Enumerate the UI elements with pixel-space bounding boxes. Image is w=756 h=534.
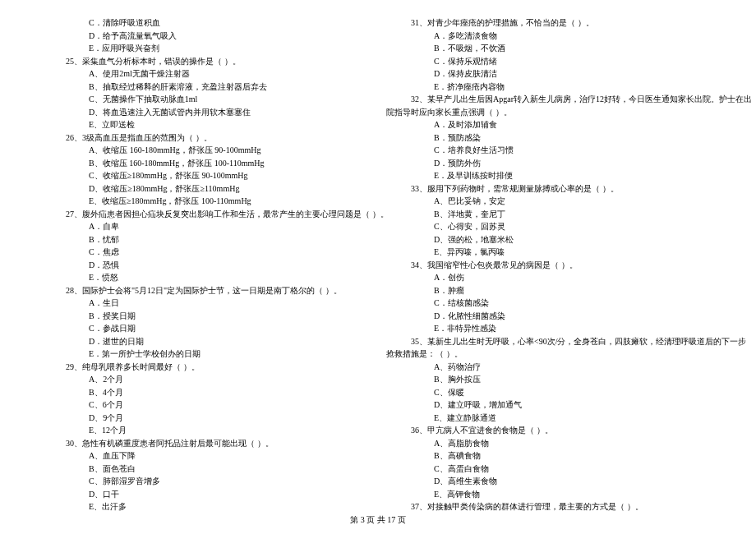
right-column: 31、对青少年痤疮的护理措施，不恰当的是（ ）。A．多吃清淡食物B．不吸烟，不饮… xyxy=(386,16,715,513)
option-line: C．培养良好生活习惯 xyxy=(386,144,715,157)
question-stem: 32、某早产儿出生后因Apgar转入新生儿病房，治疗12好转，今日医生通知家长出… xyxy=(386,93,715,106)
option-line: B、4个月 xyxy=(41,386,370,399)
option-line: D．给予高流量氧气吸入 xyxy=(41,30,370,43)
option-line: D．恐惧 xyxy=(41,259,370,272)
option-line: C、心得安，回苏灵 xyxy=(386,220,715,233)
exam-page: C．清除呼吸道积血D．给予高流量氧气吸入E．应用呼吸兴奋剂25、采集血气分析标本… xyxy=(0,0,756,534)
question-stem: 28、国际护士会将"5月12日"定为国际护士节，这一日期是南丁格尔的（ ）。 xyxy=(41,284,370,297)
option-line: D．化脓性细菌感染 xyxy=(386,310,715,323)
option-line: E．挤净痤疮内容物 xyxy=(386,81,715,94)
question-stem: 31、对青少年痤疮的护理措施，不恰当的是（ ）。 xyxy=(386,16,715,30)
option-line: E．应用呼吸兴奋剂 xyxy=(41,42,370,55)
option-line: A、血压下降 xyxy=(41,449,370,463)
option-line: E、建立静脉通道 xyxy=(386,412,715,425)
option-line: C．参战日期 xyxy=(41,322,370,335)
option-line: E、收缩压≥180mmHg，舒张压 100-110mmHg xyxy=(41,195,370,208)
option-line: D、建立呼吸，增加通气 xyxy=(386,398,715,412)
option-line: B．不吸烟，不饮酒 xyxy=(386,42,715,55)
option-line: A、高脂肪食物 xyxy=(386,437,715,450)
option-line: D、9个月 xyxy=(41,412,370,425)
question-stem: 36、甲亢病人不宜进食的食物是（ ）。 xyxy=(386,424,715,437)
option-line: E、异丙嗪，氯丙嗪 xyxy=(386,246,715,259)
option-line: D．保持皮肤清洁 xyxy=(386,67,715,81)
question-stem: 35、某新生儿出生时无呼吸，心率<90次/分，全身苍白，四肢瘫软，经清理呼吸道后… xyxy=(386,335,715,348)
option-line: B、面色苍白 xyxy=(41,463,370,476)
option-line: B、高碘食物 xyxy=(386,449,715,463)
question-stem: 34、我国缩窄性心包炎最常见的病因是（ ）。 xyxy=(386,259,715,272)
page-footer: 第 3 页 共 17 页 xyxy=(0,514,756,526)
option-line: E．第一所护士学校创办的日期 xyxy=(41,348,370,361)
option-line: A、收缩压 160-180mmHg，舒张压 90-100mmHg xyxy=(41,144,370,157)
option-line: E．愤怒 xyxy=(41,271,370,284)
option-line: A．自卑 xyxy=(41,220,370,233)
option-line: A、药物治疗 xyxy=(386,361,715,374)
option-line: B、洋地黄，奎尼丁 xyxy=(386,208,715,221)
option-line: A．创伤 xyxy=(386,271,715,284)
option-line: B．授奖日期 xyxy=(41,310,370,323)
question-stem: 33、服用下列药物时，需常规测量脉搏或心率的是（ ）。 xyxy=(386,182,715,196)
question-stem: 抢救措施是：（ ）。 xyxy=(386,348,715,361)
question-stem: 37、对接触甲类传染病的群体进行管理，最主要的方式是（ ）。 xyxy=(386,500,715,513)
question-stem: 29、纯母乳喂养多长时间最好（ ）。 xyxy=(41,361,370,374)
option-line: C．焦虑 xyxy=(41,246,370,259)
option-line: B．预防感染 xyxy=(386,131,715,145)
option-line: C、收缩压≥180mmHg，舒张压 90-100mmHg xyxy=(41,169,370,182)
option-line: D．逝世的日期 xyxy=(41,335,370,348)
option-line: C．保持乐观情绪 xyxy=(386,55,715,68)
option-line: E．非特异性感染 xyxy=(386,322,715,335)
option-line: C．清除呼吸道积血 xyxy=(41,16,370,30)
option-line: A、使用2ml无菌干燥注射器 xyxy=(41,67,370,81)
option-line: D．预防外伤 xyxy=(386,157,715,170)
option-line: E、高钾食物 xyxy=(386,488,715,501)
option-line: A、巴比妥钠，安定 xyxy=(386,195,715,208)
option-line: A．生日 xyxy=(41,297,370,310)
option-line: D、将血迅速注入无菌试管内并用软木塞塞住 xyxy=(41,106,370,119)
option-line: B．肿瘤 xyxy=(386,284,715,297)
question-stem: 25、采集血气分析标本时，错误的操作是（ ）。 xyxy=(41,55,370,68)
option-line: E、立即送检 xyxy=(41,118,370,131)
option-line: D、高维生素食物 xyxy=(386,475,715,488)
option-line: C、6个月 xyxy=(41,398,370,412)
question-stem: 30、急性有机磷重度患者阿托品注射后最可能出现（ ）。 xyxy=(41,437,370,450)
option-line: E、12个月 xyxy=(41,424,370,437)
option-line: D、收缩压≥180mmHg，舒张压≥110mmHg xyxy=(41,182,370,196)
option-line: A．多吃清淡食物 xyxy=(386,30,715,43)
option-line: B、收缩压 160-180mmHg，舒张压 100-110mmHg xyxy=(41,157,370,170)
option-line: B、胸外按压 xyxy=(386,373,715,386)
option-line: C．结核菌感染 xyxy=(386,297,715,310)
question-stem: 27、腹外疝患者因担心疝块反复突出影响工作和生活，最常产生的主要心理问题是（ ）… xyxy=(41,208,370,221)
option-line: C、保暖 xyxy=(386,386,715,399)
option-line: E、出汗多 xyxy=(41,500,370,513)
option-line: B．忧郁 xyxy=(41,233,370,246)
question-stem: 26、3级高血压是指血压的范围为（ ）。 xyxy=(41,131,370,145)
question-stem: 院指导时应向家长重点强调（ ）。 xyxy=(386,106,715,119)
option-line: E．及早训练按时排便 xyxy=(386,169,715,182)
option-line: B、抽取经过稀释的肝素溶液，充盈注射器后弃去 xyxy=(41,81,370,94)
option-line: A．及时添加辅食 xyxy=(386,118,715,131)
option-line: A、2个月 xyxy=(41,373,370,386)
option-line: C、高蛋白食物 xyxy=(386,463,715,476)
option-line: C、无菌操作下抽取动脉血1ml xyxy=(41,93,370,106)
option-line: D、口干 xyxy=(41,488,370,501)
option-line: D、强的松，地塞米松 xyxy=(386,233,715,246)
left-column: C．清除呼吸道积血D．给予高流量氧气吸入E．应用呼吸兴奋剂25、采集血气分析标本… xyxy=(41,16,370,513)
option-line: C、肺部湿罗音增多 xyxy=(41,475,370,488)
